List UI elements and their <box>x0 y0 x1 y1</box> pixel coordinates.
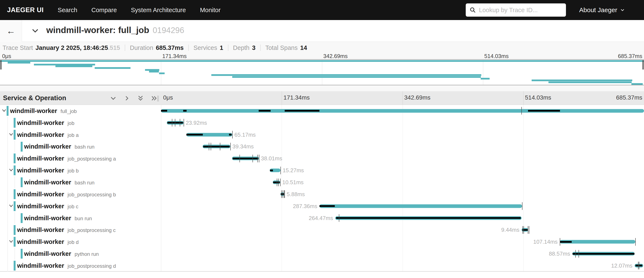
timeline-minimap[interactable] <box>0 59 644 85</box>
span-duration-bar[interactable] <box>167 121 184 124</box>
child-time-fill <box>233 158 258 159</box>
operation-name: job_postprocessing c <box>68 227 116 233</box>
header-tick-label: 514.03ms <box>525 94 551 101</box>
nav-item-monitor[interactable]: Monitor <box>200 6 221 14</box>
span-duration-bar[interactable] <box>560 240 635 244</box>
table-row-job-d[interactable]: windmill-workerjob d107.14ms <box>0 236 644 248</box>
span-duration-label: 5.88ms <box>286 191 305 198</box>
span-collapse-chevron[interactable] <box>9 204 14 209</box>
log-marker <box>220 142 220 150</box>
nav-item-search[interactable]: Search <box>58 6 78 14</box>
span-duration-label: 15.27ms <box>282 167 304 174</box>
collapse-all-icon[interactable] <box>137 95 144 102</box>
tree-guide-line <box>8 248 8 260</box>
table-row-python-run[interactable]: windmill-workerpython run88.57ms <box>0 248 644 260</box>
service-accent-bar <box>14 166 16 175</box>
span-collapse-chevron[interactable] <box>2 108 6 114</box>
child-time-fill <box>161 110 167 112</box>
minimap-span-bar <box>232 76 481 78</box>
table-row-job-a[interactable]: windmill-workerjob a65.17ms <box>0 129 644 141</box>
span-duration-bar[interactable] <box>634 264 643 267</box>
table-row-job-postprocessing-d[interactable]: windmill-workerjob_postprocessing d12.07… <box>0 260 644 272</box>
viewport-right-handle[interactable] <box>642 60 644 70</box>
log-marker <box>578 250 579 258</box>
tree-guide-line <box>14 212 15 224</box>
span-duration-bar[interactable] <box>522 228 528 232</box>
service-accent-bar <box>21 142 22 152</box>
viewport-left-handle[interactable] <box>0 60 2 70</box>
tree-guide-line <box>14 248 15 260</box>
span-collapse-chevron[interactable] <box>9 168 14 173</box>
table-row-job-postprocessing-b[interactable]: windmill-workerjob_postprocessing b5.88m… <box>0 188 644 200</box>
table-row-job-postprocessing-c[interactable]: windmill-workerjob_postprocessing c9.44m… <box>0 224 644 236</box>
tree-controls <box>110 95 157 102</box>
column-resize-grip[interactable]: ∥ <box>156 95 160 102</box>
table-row-job-postprocessing-a[interactable]: windmill-workerjob_postprocessing a38.01… <box>0 152 644 164</box>
span-bar-cell: 5.88ms <box>161 188 644 200</box>
table-row-job-c[interactable]: windmill-workerjob c287.36ms <box>0 200 644 212</box>
span-name-cell: windmill-workerjob d <box>0 236 161 248</box>
span-duration-bar[interactable] <box>232 157 259 160</box>
child-time-fill <box>259 110 271 112</box>
service-accent-bar <box>14 201 16 211</box>
header-gridline <box>282 91 282 105</box>
operation-name: job c <box>68 204 78 209</box>
log-marker <box>284 190 285 198</box>
span-collapse-chevron[interactable] <box>9 132 14 137</box>
span-duration-bar[interactable] <box>280 192 284 196</box>
log-marker <box>240 154 240 162</box>
tree-guide-line <box>8 129 8 141</box>
span-duration-bar[interactable] <box>270 169 280 172</box>
table-row-bash-run[interactable]: windmill-workerbash run10.51ms <box>0 176 644 188</box>
span-duration-bar[interactable] <box>273 180 280 184</box>
log-marker <box>528 226 528 234</box>
span-duration-bar[interactable] <box>572 252 635 256</box>
log-marker <box>284 190 284 198</box>
span-duration-bar[interactable] <box>161 109 644 112</box>
span-duration-bar[interactable] <box>320 204 522 208</box>
span-duration-label: 23.92ms <box>186 120 207 126</box>
trace-summary-band: Trace StartJanuary 2 2025, 18:46:25.515D… <box>0 42 644 91</box>
trace-info-label: Trace Start <box>2 44 33 52</box>
back-button[interactable]: ← <box>0 20 22 42</box>
about-jaeger-menu[interactable]: About Jaeger <box>579 0 625 20</box>
operation-name: job_postprocessing b <box>68 192 116 197</box>
trace-info-value: 3 <box>252 44 256 52</box>
nav-item-compare[interactable]: Compare <box>92 6 117 14</box>
span-collapse-chevron[interactable] <box>9 239 14 244</box>
log-marker <box>277 178 277 186</box>
minimap-span-bar <box>145 69 159 71</box>
trace-info-bar: Trace StartJanuary 2 2025, 18:46:25.515D… <box>2 44 307 52</box>
table-row-bun-run[interactable]: windmill-workerbun run264.47ms <box>0 212 644 224</box>
span-name-cell: windmill-workerjob a <box>0 129 161 141</box>
log-marker <box>175 119 175 127</box>
operation-name: bun run <box>75 215 92 221</box>
minimap-span-bar <box>8 62 30 64</box>
app-brand[interactable]: JAEGER UI <box>7 6 44 14</box>
trace-lookup-box[interactable]: Lookup by Trace ID... <box>466 4 566 17</box>
log-marker <box>258 154 258 162</box>
span-name-cell: windmill-workerjob_postprocessing a <box>0 152 161 164</box>
trace-info-separator <box>125 44 125 51</box>
span-duration-bar[interactable] <box>186 133 232 136</box>
span-duration-bar[interactable] <box>202 145 230 148</box>
collapse-trace-chevron[interactable] <box>30 26 40 36</box>
trace-info-separator <box>260 44 260 51</box>
header-gridline <box>523 91 524 105</box>
span-bar-cell: 15.27ms <box>161 164 644 176</box>
table-row-bash-run[interactable]: windmill-workerbash run39.34ms <box>0 141 644 153</box>
log-marker <box>252 154 253 162</box>
expand-one-icon[interactable] <box>124 95 130 102</box>
operation-name: python run <box>75 251 99 257</box>
span-duration-bar[interactable] <box>335 216 522 220</box>
table-row-full-job[interactable]: windmill-workerfull_job <box>0 105 644 117</box>
trace-info-separator <box>188 44 189 51</box>
nav-item-system-architecture[interactable]: System Architecture <box>131 6 186 14</box>
table-row-job-b[interactable]: windmill-workerjob b15.27ms <box>0 164 644 176</box>
log-marker <box>339 214 339 222</box>
collapse-one-icon[interactable] <box>110 95 117 102</box>
log-marker <box>282 190 283 198</box>
log-marker <box>638 262 638 270</box>
table-row-job[interactable]: windmill-workerjob23.92ms <box>0 117 644 129</box>
log-marker <box>232 131 233 138</box>
